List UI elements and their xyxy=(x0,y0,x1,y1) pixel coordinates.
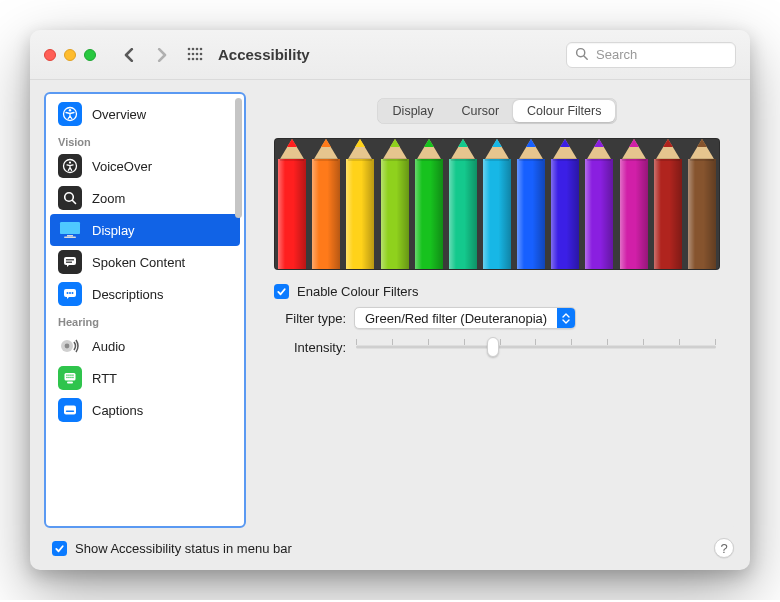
sidebar-item-overview[interactable]: Overview xyxy=(50,98,240,130)
pencil-swatch xyxy=(480,139,514,269)
svg-point-33 xyxy=(72,292,74,294)
svg-rect-25 xyxy=(64,257,76,265)
svg-rect-40 xyxy=(68,375,69,376)
svg-point-9 xyxy=(192,57,195,60)
filter-type-select[interactable]: Green/Red filter (Deuteranopia) xyxy=(354,307,576,329)
preferences-window: Accessibility Overview Vision xyxy=(30,30,750,570)
svg-point-1 xyxy=(192,47,195,50)
svg-rect-42 xyxy=(72,375,73,376)
pencil-swatch xyxy=(514,139,548,269)
tab-cursor[interactable]: Cursor xyxy=(448,100,514,122)
enable-colour-filters-checkbox[interactable] xyxy=(274,284,289,299)
content-pane: Display Cursor Colour Filters Enable Col… xyxy=(258,92,736,528)
svg-line-13 xyxy=(584,55,587,58)
tab-colour-filters[interactable]: Colour Filters xyxy=(513,100,615,122)
show-all-prefs-button[interactable] xyxy=(186,46,204,64)
sidebar-item-label: Captions xyxy=(92,404,143,417)
svg-rect-37 xyxy=(65,373,76,381)
sidebar-item-label: RTT xyxy=(92,372,117,385)
pencil-swatch xyxy=(412,139,446,269)
pencil-swatch xyxy=(582,139,616,269)
audio-icon xyxy=(58,334,82,358)
display-icon xyxy=(58,218,82,242)
search-field[interactable] xyxy=(566,42,736,68)
sidebar-item-label: VoiceOver xyxy=(92,160,152,173)
tab-display[interactable]: Display xyxy=(379,100,448,122)
pencil-swatch xyxy=(651,139,685,269)
sidebar-item-descriptions[interactable]: Descriptions xyxy=(50,278,240,310)
pencil-swatch xyxy=(446,139,480,269)
sidebar-item-zoom[interactable]: Zoom xyxy=(50,182,240,214)
sidebar-section-hearing: Hearing xyxy=(46,310,244,330)
svg-rect-46 xyxy=(72,377,73,378)
svg-rect-23 xyxy=(67,235,73,237)
svg-rect-28 xyxy=(66,262,72,263)
pencil-swatch xyxy=(377,139,411,269)
scrollbar-thumb[interactable] xyxy=(235,98,242,218)
enable-colour-filters-row: Enable Colour Filters xyxy=(274,284,720,299)
svg-point-36 xyxy=(65,344,70,349)
svg-rect-45 xyxy=(70,377,71,378)
sidebar-item-label: Zoom xyxy=(92,192,125,205)
svg-rect-41 xyxy=(70,375,71,376)
svg-point-32 xyxy=(69,292,71,294)
svg-point-17 xyxy=(69,162,71,164)
pencil-swatch xyxy=(275,139,309,269)
window-title: Accessibility xyxy=(218,46,310,63)
captions-icon xyxy=(58,398,82,422)
svg-point-8 xyxy=(188,57,191,60)
descriptions-icon xyxy=(58,282,82,306)
svg-rect-44 xyxy=(68,377,69,378)
chevrons-up-down-icon xyxy=(557,307,575,329)
svg-rect-47 xyxy=(64,406,76,415)
sidebar-item-label: Audio xyxy=(92,340,125,353)
slider-knob[interactable] xyxy=(487,337,499,357)
sidebar-item-rtt[interactable]: RTT xyxy=(50,362,240,394)
svg-rect-48 xyxy=(66,411,74,413)
show-status-menubar-label: Show Accessibility status in menu bar xyxy=(75,541,292,556)
svg-point-3 xyxy=(200,47,203,50)
sidebar-item-spoken-content[interactable]: Spoken Content xyxy=(50,246,240,278)
pencil-swatch xyxy=(685,139,719,269)
sub-tabs: Display Cursor Colour Filters xyxy=(377,98,618,124)
rtt-icon xyxy=(58,366,82,390)
svg-rect-39 xyxy=(66,375,67,376)
sidebar-item-display[interactable]: Display xyxy=(50,214,240,246)
pencil-swatch xyxy=(548,139,582,269)
sidebar: Overview Vision VoiceOver Zoom xyxy=(44,92,246,528)
search-input[interactable] xyxy=(594,46,727,63)
svg-point-5 xyxy=(192,52,195,55)
zoom-icon xyxy=(58,186,82,210)
svg-rect-43 xyxy=(66,377,67,378)
show-status-menubar-checkbox[interactable] xyxy=(52,541,67,556)
svg-point-11 xyxy=(200,57,203,60)
pencil-swatch xyxy=(617,139,651,269)
spoken-content-icon xyxy=(58,250,82,274)
sidebar-item-label: Display xyxy=(92,224,135,237)
search-icon xyxy=(575,47,588,63)
sidebar-item-captions[interactable]: Captions xyxy=(50,394,240,426)
sidebar-scrollbar[interactable] xyxy=(234,98,242,522)
zoom-window-button[interactable] xyxy=(84,49,96,61)
filter-type-label: Filter type: xyxy=(274,311,346,326)
help-button[interactable]: ? xyxy=(714,538,734,558)
intensity-slider[interactable] xyxy=(356,337,716,357)
sidebar-item-voiceover[interactable]: VoiceOver xyxy=(50,150,240,182)
pencil-swatch xyxy=(343,139,377,269)
back-button[interactable] xyxy=(118,44,140,66)
voiceover-icon xyxy=(58,154,82,178)
filter-type-value: Green/Red filter (Deuteranopia) xyxy=(355,311,557,326)
sidebar-section-vision: Vision xyxy=(46,130,244,150)
svg-point-2 xyxy=(196,47,199,50)
svg-point-0 xyxy=(188,47,191,50)
sidebar-item-audio[interactable]: Audio xyxy=(50,330,240,362)
svg-point-15 xyxy=(69,109,71,111)
svg-rect-38 xyxy=(67,382,73,384)
minimize-window-button[interactable] xyxy=(64,49,76,61)
svg-rect-22 xyxy=(60,222,80,234)
forward-button[interactable] xyxy=(150,44,172,66)
sidebar-list[interactable]: Overview Vision VoiceOver Zoom xyxy=(46,94,244,526)
svg-point-6 xyxy=(196,52,199,55)
svg-rect-24 xyxy=(64,237,76,239)
close-window-button[interactable] xyxy=(44,49,56,61)
